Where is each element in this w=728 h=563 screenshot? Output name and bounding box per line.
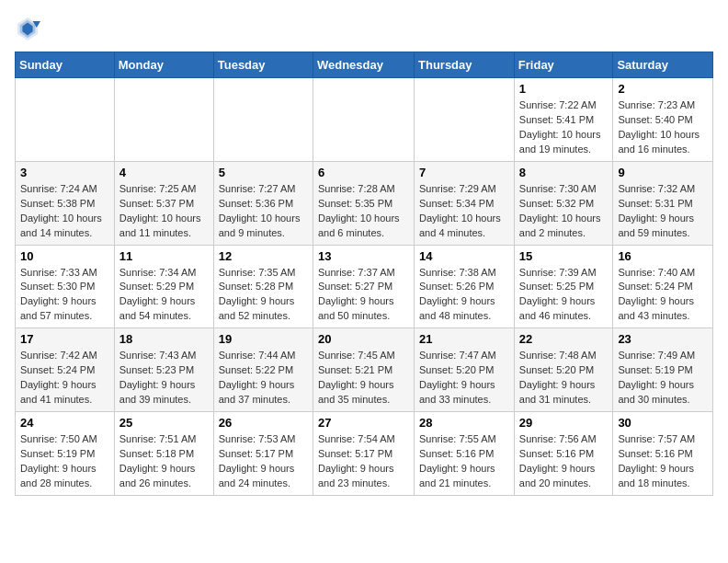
calendar-cell: 13Sunrise: 7:37 AM Sunset: 5:27 PM Dayli… bbox=[313, 245, 414, 328]
day-number: 25 bbox=[119, 416, 209, 430]
day-info: Sunrise: 7:25 AM Sunset: 5:37 PM Dayligh… bbox=[119, 182, 209, 241]
day-info: Sunrise: 7:55 AM Sunset: 5:16 PM Dayligh… bbox=[419, 432, 509, 491]
calendar-cell bbox=[415, 78, 515, 162]
day-info: Sunrise: 7:48 AM Sunset: 5:20 PM Dayligh… bbox=[519, 349, 609, 408]
day-header-friday: Friday bbox=[514, 52, 613, 78]
day-number: 6 bbox=[318, 166, 409, 179]
day-number: 28 bbox=[419, 416, 509, 430]
calendar-cell: 7Sunrise: 7:29 AM Sunset: 5:34 PM Daylig… bbox=[415, 161, 515, 245]
calendar-cell: 18Sunrise: 7:43 AM Sunset: 5:23 PM Dayli… bbox=[114, 328, 213, 412]
day-number: 12 bbox=[219, 249, 308, 263]
calendar-cell: 20Sunrise: 7:45 AM Sunset: 5:21 PM Dayli… bbox=[313, 328, 414, 412]
calendar-cell: 25Sunrise: 7:51 AM Sunset: 5:18 PM Dayli… bbox=[114, 412, 213, 496]
day-info: Sunrise: 7:23 AM Sunset: 5:40 PM Dayligh… bbox=[618, 98, 708, 157]
day-number: 27 bbox=[318, 416, 409, 430]
day-header-thursday: Thursday bbox=[415, 52, 515, 78]
calendar-cell bbox=[114, 78, 213, 162]
calendar-cell: 23Sunrise: 7:49 AM Sunset: 5:19 PM Dayli… bbox=[613, 328, 713, 412]
day-number: 13 bbox=[318, 249, 409, 263]
calendar-cell bbox=[16, 78, 115, 162]
day-info: Sunrise: 7:34 AM Sunset: 5:29 PM Dayligh… bbox=[119, 266, 209, 325]
day-number: 23 bbox=[618, 332, 708, 346]
day-info: Sunrise: 7:50 AM Sunset: 5:19 PM Dayligh… bbox=[20, 432, 109, 491]
calendar-cell: 28Sunrise: 7:55 AM Sunset: 5:16 PM Dayli… bbox=[415, 412, 515, 496]
day-header-saturday: Saturday bbox=[613, 52, 713, 78]
day-number: 15 bbox=[519, 249, 609, 263]
day-info: Sunrise: 7:42 AM Sunset: 5:24 PM Dayligh… bbox=[20, 349, 109, 408]
calendar-cell bbox=[313, 78, 414, 162]
day-info: Sunrise: 7:56 AM Sunset: 5:16 PM Dayligh… bbox=[519, 432, 609, 491]
day-number: 8 bbox=[519, 166, 609, 179]
day-number: 30 bbox=[618, 416, 708, 430]
calendar-cell: 5Sunrise: 7:27 AM Sunset: 5:36 PM Daylig… bbox=[213, 161, 313, 245]
calendar-cell: 29Sunrise: 7:56 AM Sunset: 5:16 PM Dayli… bbox=[514, 412, 613, 496]
day-header-tuesday: Tuesday bbox=[213, 52, 313, 78]
logo bbox=[15, 15, 46, 40]
calendar-cell: 21Sunrise: 7:47 AM Sunset: 5:20 PM Dayli… bbox=[415, 328, 515, 412]
day-number: 16 bbox=[618, 249, 708, 263]
page-header bbox=[15, 15, 713, 40]
day-info: Sunrise: 7:40 AM Sunset: 5:24 PM Dayligh… bbox=[618, 266, 708, 325]
day-header-wednesday: Wednesday bbox=[313, 52, 414, 78]
calendar-cell: 9Sunrise: 7:32 AM Sunset: 5:31 PM Daylig… bbox=[613, 161, 713, 245]
calendar-cell: 4Sunrise: 7:25 AM Sunset: 5:37 PM Daylig… bbox=[114, 161, 213, 245]
day-number: 2 bbox=[618, 82, 708, 96]
day-info: Sunrise: 7:45 AM Sunset: 5:21 PM Dayligh… bbox=[318, 349, 409, 408]
calendar-cell: 1Sunrise: 7:22 AM Sunset: 5:41 PM Daylig… bbox=[514, 78, 613, 162]
logo-icon bbox=[15, 15, 40, 40]
day-info: Sunrise: 7:32 AM Sunset: 5:31 PM Dayligh… bbox=[618, 182, 708, 241]
week-row: 3Sunrise: 7:24 AM Sunset: 5:38 PM Daylig… bbox=[16, 161, 713, 245]
day-number: 10 bbox=[20, 249, 109, 263]
day-number: 22 bbox=[519, 332, 609, 346]
day-info: Sunrise: 7:29 AM Sunset: 5:34 PM Dayligh… bbox=[419, 182, 509, 241]
day-number: 7 bbox=[419, 166, 509, 179]
calendar-cell: 12Sunrise: 7:35 AM Sunset: 5:28 PM Dayli… bbox=[213, 245, 313, 328]
day-info: Sunrise: 7:54 AM Sunset: 5:17 PM Dayligh… bbox=[318, 432, 409, 491]
day-info: Sunrise: 7:47 AM Sunset: 5:20 PM Dayligh… bbox=[419, 349, 509, 408]
week-row: 1Sunrise: 7:22 AM Sunset: 5:41 PM Daylig… bbox=[16, 78, 713, 162]
calendar-cell: 30Sunrise: 7:57 AM Sunset: 5:16 PM Dayli… bbox=[613, 412, 713, 496]
day-info: Sunrise: 7:28 AM Sunset: 5:35 PM Dayligh… bbox=[318, 182, 409, 241]
calendar-cell: 24Sunrise: 7:50 AM Sunset: 5:19 PM Dayli… bbox=[16, 412, 115, 496]
day-info: Sunrise: 7:24 AM Sunset: 5:38 PM Dayligh… bbox=[20, 182, 109, 241]
day-number: 19 bbox=[219, 332, 308, 346]
calendar-cell: 6Sunrise: 7:28 AM Sunset: 5:35 PM Daylig… bbox=[313, 161, 414, 245]
calendar-cell: 3Sunrise: 7:24 AM Sunset: 5:38 PM Daylig… bbox=[16, 161, 115, 245]
day-number: 1 bbox=[519, 82, 609, 96]
day-info: Sunrise: 7:43 AM Sunset: 5:23 PM Dayligh… bbox=[119, 349, 209, 408]
day-info: Sunrise: 7:30 AM Sunset: 5:32 PM Dayligh… bbox=[519, 182, 609, 241]
week-row: 24Sunrise: 7:50 AM Sunset: 5:19 PM Dayli… bbox=[16, 412, 713, 496]
day-info: Sunrise: 7:35 AM Sunset: 5:28 PM Dayligh… bbox=[219, 266, 308, 325]
calendar-cell: 19Sunrise: 7:44 AM Sunset: 5:22 PM Dayli… bbox=[213, 328, 313, 412]
day-info: Sunrise: 7:37 AM Sunset: 5:27 PM Dayligh… bbox=[318, 266, 409, 325]
day-number: 17 bbox=[20, 332, 109, 346]
calendar-cell: 10Sunrise: 7:33 AM Sunset: 5:30 PM Dayli… bbox=[16, 245, 115, 328]
calendar-cell: 8Sunrise: 7:30 AM Sunset: 5:32 PM Daylig… bbox=[514, 161, 613, 245]
calendar-cell: 2Sunrise: 7:23 AM Sunset: 5:40 PM Daylig… bbox=[613, 78, 713, 162]
day-number: 14 bbox=[419, 249, 509, 263]
day-info: Sunrise: 7:39 AM Sunset: 5:25 PM Dayligh… bbox=[519, 266, 609, 325]
day-info: Sunrise: 7:53 AM Sunset: 5:17 PM Dayligh… bbox=[219, 432, 308, 491]
day-info: Sunrise: 7:38 AM Sunset: 5:26 PM Dayligh… bbox=[419, 266, 509, 325]
day-number: 24 bbox=[20, 416, 109, 430]
calendar-cell: 26Sunrise: 7:53 AM Sunset: 5:17 PM Dayli… bbox=[213, 412, 313, 496]
calendar-cell: 14Sunrise: 7:38 AM Sunset: 5:26 PM Dayli… bbox=[415, 245, 515, 328]
calendar-cell: 17Sunrise: 7:42 AM Sunset: 5:24 PM Dayli… bbox=[16, 328, 115, 412]
day-info: Sunrise: 7:49 AM Sunset: 5:19 PM Dayligh… bbox=[618, 349, 708, 408]
day-info: Sunrise: 7:27 AM Sunset: 5:36 PM Dayligh… bbox=[219, 182, 308, 241]
day-number: 4 bbox=[119, 166, 209, 179]
calendar-cell bbox=[213, 78, 313, 162]
day-info: Sunrise: 7:44 AM Sunset: 5:22 PM Dayligh… bbox=[219, 349, 308, 408]
day-number: 9 bbox=[618, 166, 708, 179]
calendar-cell: 11Sunrise: 7:34 AM Sunset: 5:29 PM Dayli… bbox=[114, 245, 213, 328]
day-number: 11 bbox=[119, 249, 209, 263]
day-header-monday: Monday bbox=[114, 52, 213, 78]
day-header-sunday: Sunday bbox=[16, 52, 115, 78]
day-number: 18 bbox=[119, 332, 209, 346]
calendar-table: SundayMondayTuesdayWednesdayThursdayFrid… bbox=[15, 52, 713, 496]
calendar-cell: 15Sunrise: 7:39 AM Sunset: 5:25 PM Dayli… bbox=[514, 245, 613, 328]
day-number: 5 bbox=[219, 166, 308, 179]
day-number: 3 bbox=[20, 166, 109, 179]
day-number: 26 bbox=[219, 416, 308, 430]
day-number: 29 bbox=[519, 416, 609, 430]
